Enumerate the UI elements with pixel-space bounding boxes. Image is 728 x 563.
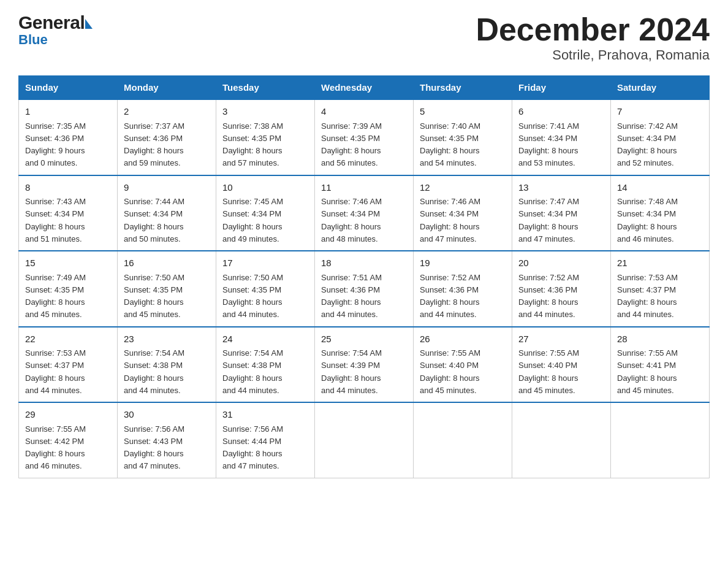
logo-arrow-icon bbox=[85, 19, 93, 29]
day-number: 18 bbox=[321, 256, 407, 270]
calendar-cell: 18Sunrise: 7:51 AMSunset: 4:36 PMDayligh… bbox=[315, 251, 414, 327]
calendar-table: SundayMondayTuesdayWednesdayThursdayFrid… bbox=[18, 75, 710, 478]
day-number: 22 bbox=[25, 332, 111, 347]
calendar-cell: 30Sunrise: 7:56 AMSunset: 4:43 PMDayligh… bbox=[118, 402, 216, 478]
day-number: 29 bbox=[25, 408, 111, 422]
day-info: Sunrise: 7:39 AMSunset: 4:35 PMDaylight:… bbox=[321, 121, 382, 168]
day-info: Sunrise: 7:48 AMSunset: 4:34 PMDaylight:… bbox=[617, 197, 678, 243]
calendar-week-row: 15Sunrise: 7:49 AMSunset: 4:35 PMDayligh… bbox=[19, 251, 710, 327]
calendar-cell: 1Sunrise: 7:35 AMSunset: 4:36 PMDaylight… bbox=[19, 99, 118, 175]
day-number: 10 bbox=[222, 181, 308, 195]
day-info: Sunrise: 7:54 AMSunset: 4:38 PMDaylight:… bbox=[222, 348, 283, 395]
day-info: Sunrise: 7:46 AMSunset: 4:34 PMDaylight:… bbox=[420, 197, 480, 243]
calendar-week-row: 8Sunrise: 7:43 AMSunset: 4:34 PMDaylight… bbox=[19, 175, 710, 251]
col-header-saturday: Saturday bbox=[611, 76, 710, 100]
day-info: Sunrise: 7:42 AMSunset: 4:34 PMDaylight:… bbox=[617, 121, 678, 168]
calendar-cell: 16Sunrise: 7:50 AMSunset: 4:35 PMDayligh… bbox=[118, 251, 216, 327]
calendar-cell: 4Sunrise: 7:39 AMSunset: 4:35 PMDaylight… bbox=[315, 99, 414, 175]
page-header: General Blue December 2024 Sotrile, Prah… bbox=[18, 12, 710, 63]
calendar-cell: 2Sunrise: 7:37 AMSunset: 4:36 PMDaylight… bbox=[118, 99, 216, 175]
calendar-cell bbox=[414, 402, 512, 478]
calendar-cell: 23Sunrise: 7:54 AMSunset: 4:38 PMDayligh… bbox=[118, 327, 216, 403]
day-number: 26 bbox=[420, 332, 506, 347]
logo: General Blue bbox=[18, 12, 93, 48]
day-number: 1 bbox=[25, 105, 111, 119]
col-header-monday: Monday bbox=[118, 76, 216, 100]
page-title: December 2024 bbox=[476, 12, 710, 47]
day-number: 23 bbox=[124, 332, 210, 347]
day-number: 28 bbox=[617, 332, 703, 347]
day-info: Sunrise: 7:55 AMSunset: 4:40 PMDaylight:… bbox=[420, 348, 480, 395]
day-number: 24 bbox=[222, 332, 308, 347]
calendar-cell: 19Sunrise: 7:52 AMSunset: 4:36 PMDayligh… bbox=[414, 251, 512, 327]
calendar-cell: 5Sunrise: 7:40 AMSunset: 4:35 PMDaylight… bbox=[414, 99, 512, 175]
calendar-cell: 17Sunrise: 7:50 AMSunset: 4:35 PMDayligh… bbox=[216, 251, 315, 327]
calendar-cell: 27Sunrise: 7:55 AMSunset: 4:40 PMDayligh… bbox=[512, 327, 611, 403]
day-number: 5 bbox=[420, 105, 506, 119]
day-number: 30 bbox=[124, 408, 210, 422]
day-info: Sunrise: 7:52 AMSunset: 4:36 PMDaylight:… bbox=[518, 273, 579, 320]
day-info: Sunrise: 7:54 AMSunset: 4:38 PMDaylight:… bbox=[124, 348, 184, 395]
day-info: Sunrise: 7:55 AMSunset: 4:42 PMDaylight:… bbox=[25, 424, 86, 471]
day-info: Sunrise: 7:44 AMSunset: 4:34 PMDaylight:… bbox=[124, 197, 184, 243]
calendar-cell: 22Sunrise: 7:53 AMSunset: 4:37 PMDayligh… bbox=[19, 327, 118, 403]
calendar-cell: 8Sunrise: 7:43 AMSunset: 4:34 PMDaylight… bbox=[19, 175, 118, 251]
day-number: 21 bbox=[617, 256, 703, 270]
day-info: Sunrise: 7:53 AMSunset: 4:37 PMDaylight:… bbox=[25, 348, 86, 395]
calendar-cell: 31Sunrise: 7:56 AMSunset: 4:44 PMDayligh… bbox=[216, 402, 315, 478]
col-header-friday: Friday bbox=[512, 76, 611, 100]
calendar-cell: 11Sunrise: 7:46 AMSunset: 4:34 PMDayligh… bbox=[315, 175, 414, 251]
day-info: Sunrise: 7:50 AMSunset: 4:35 PMDaylight:… bbox=[222, 273, 283, 320]
day-number: 9 bbox=[124, 181, 210, 195]
calendar-cell: 20Sunrise: 7:52 AMSunset: 4:36 PMDayligh… bbox=[512, 251, 611, 327]
day-number: 17 bbox=[222, 256, 308, 270]
calendar-cell: 7Sunrise: 7:42 AMSunset: 4:34 PMDaylight… bbox=[611, 99, 710, 175]
day-info: Sunrise: 7:52 AMSunset: 4:36 PMDaylight:… bbox=[420, 273, 480, 320]
day-info: Sunrise: 7:45 AMSunset: 4:34 PMDaylight:… bbox=[222, 197, 283, 243]
day-number: 14 bbox=[617, 181, 703, 195]
day-info: Sunrise: 7:53 AMSunset: 4:37 PMDaylight:… bbox=[617, 273, 678, 320]
day-info: Sunrise: 7:38 AMSunset: 4:35 PMDaylight:… bbox=[222, 121, 283, 168]
day-info: Sunrise: 7:46 AMSunset: 4:34 PMDaylight:… bbox=[321, 197, 382, 243]
calendar-cell: 24Sunrise: 7:54 AMSunset: 4:38 PMDayligh… bbox=[216, 327, 315, 403]
calendar-cell: 29Sunrise: 7:55 AMSunset: 4:42 PMDayligh… bbox=[19, 402, 118, 478]
calendar-cell: 12Sunrise: 7:46 AMSunset: 4:34 PMDayligh… bbox=[414, 175, 512, 251]
day-number: 2 bbox=[124, 105, 210, 119]
day-number: 4 bbox=[321, 105, 407, 119]
col-header-wednesday: Wednesday bbox=[315, 76, 414, 100]
day-number: 31 bbox=[222, 408, 308, 422]
day-info: Sunrise: 7:47 AMSunset: 4:34 PMDaylight:… bbox=[518, 197, 579, 243]
calendar-cell: 13Sunrise: 7:47 AMSunset: 4:34 PMDayligh… bbox=[512, 175, 611, 251]
day-info: Sunrise: 7:56 AMSunset: 4:44 PMDaylight:… bbox=[222, 424, 283, 471]
day-number: 3 bbox=[222, 105, 308, 119]
day-number: 20 bbox=[518, 256, 604, 270]
col-header-tuesday: Tuesday bbox=[216, 76, 315, 100]
day-info: Sunrise: 7:43 AMSunset: 4:34 PMDaylight:… bbox=[25, 197, 86, 243]
day-number: 8 bbox=[25, 181, 111, 195]
calendar-cell: 10Sunrise: 7:45 AMSunset: 4:34 PMDayligh… bbox=[216, 175, 315, 251]
day-number: 11 bbox=[321, 181, 407, 195]
day-info: Sunrise: 7:35 AMSunset: 4:36 PMDaylight:… bbox=[25, 121, 86, 168]
day-number: 19 bbox=[420, 256, 506, 270]
day-number: 6 bbox=[518, 105, 604, 119]
calendar-cell bbox=[512, 402, 611, 478]
day-info: Sunrise: 7:51 AMSunset: 4:36 PMDaylight:… bbox=[321, 273, 382, 320]
day-number: 15 bbox=[25, 256, 111, 270]
day-info: Sunrise: 7:54 AMSunset: 4:39 PMDaylight:… bbox=[321, 348, 382, 395]
day-number: 13 bbox=[518, 181, 604, 195]
col-header-thursday: Thursday bbox=[414, 76, 512, 100]
day-info: Sunrise: 7:40 AMSunset: 4:35 PMDaylight:… bbox=[420, 121, 480, 168]
calendar-week-row: 1Sunrise: 7:35 AMSunset: 4:36 PMDaylight… bbox=[19, 99, 710, 175]
page-subtitle: Sotrile, Prahova, Romania bbox=[476, 47, 710, 63]
calendar-cell bbox=[315, 402, 414, 478]
calendar-cell: 25Sunrise: 7:54 AMSunset: 4:39 PMDayligh… bbox=[315, 327, 414, 403]
day-info: Sunrise: 7:55 AMSunset: 4:40 PMDaylight:… bbox=[518, 348, 579, 395]
calendar-week-row: 29Sunrise: 7:55 AMSunset: 4:42 PMDayligh… bbox=[19, 402, 710, 478]
day-number: 16 bbox=[124, 256, 210, 270]
day-info: Sunrise: 7:41 AMSunset: 4:34 PMDaylight:… bbox=[518, 121, 579, 168]
day-info: Sunrise: 7:50 AMSunset: 4:35 PMDaylight:… bbox=[124, 273, 184, 320]
calendar-cell: 14Sunrise: 7:48 AMSunset: 4:34 PMDayligh… bbox=[611, 175, 710, 251]
calendar-cell: 28Sunrise: 7:55 AMSunset: 4:41 PMDayligh… bbox=[611, 327, 710, 403]
title-block: December 2024 Sotrile, Prahova, Romania bbox=[476, 12, 710, 63]
calendar-cell bbox=[611, 402, 710, 478]
